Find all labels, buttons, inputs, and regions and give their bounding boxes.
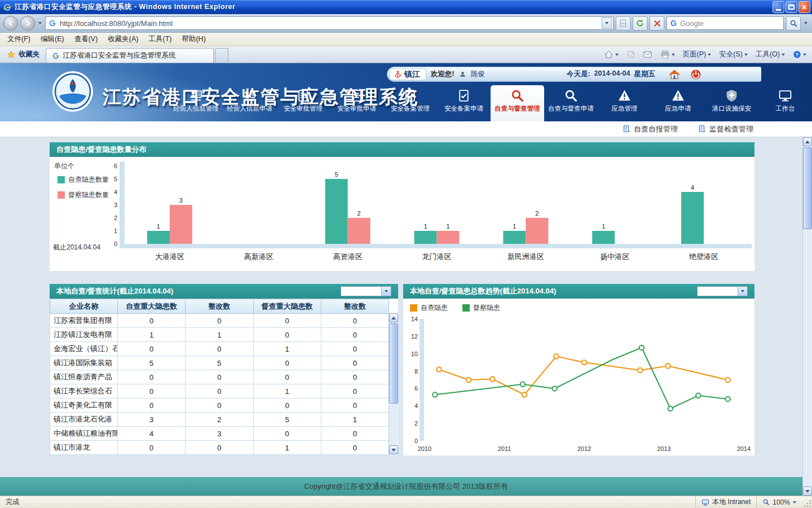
stats-filter-dropdown[interactable] bbox=[341, 286, 391, 296]
table-row[interactable]: 镇江恒泰沥青产品0000 bbox=[50, 370, 389, 384]
trend-filter-dropdown[interactable] bbox=[697, 286, 748, 296]
warning-icon bbox=[617, 89, 632, 103]
nav-safety-approval-mgmt[interactable]: 安全审批管理 bbox=[276, 85, 330, 121]
page-scroll-down-button[interactable] bbox=[803, 487, 812, 496]
value-cell: 3 bbox=[118, 413, 186, 427]
menu-item[interactable]: 工具(T) bbox=[143, 33, 176, 46]
menu-item[interactable]: 编辑(E) bbox=[36, 33, 69, 46]
value-cell: 0 bbox=[321, 356, 389, 370]
nav-operator-info-apply[interactable]: 经营人信息申请 bbox=[223, 85, 276, 121]
scroll-down-button[interactable] bbox=[389, 445, 398, 454]
page-scroll-thumb[interactable] bbox=[803, 147, 812, 229]
nav-self-supervision-apply[interactable]: 自查与督查申请 bbox=[544, 85, 598, 121]
help-button[interactable]: ? bbox=[789, 49, 810, 60]
menu-bar: 文件(F)编辑(E)查看(V)收藏夹(A)工具(T)帮助(H) bbox=[0, 33, 812, 46]
table-row[interactable]: 江苏索普集团有限0000 bbox=[50, 314, 389, 328]
nav-workbench[interactable]: 工作台 bbox=[758, 85, 812, 121]
logout-icon[interactable] bbox=[690, 69, 701, 80]
subnav-self-report-mgmt[interactable]: 自查自报管理 bbox=[623, 124, 678, 134]
value-cell: 0 bbox=[321, 314, 389, 328]
nav-emergency-apply[interactable]: 应急申请 bbox=[651, 85, 705, 121]
refresh-button[interactable] bbox=[633, 16, 647, 30]
svg-text:绝壁港区: 绝壁港区 bbox=[689, 252, 718, 261]
page-icon bbox=[48, 19, 56, 27]
subnav-supervision-check-mgmt[interactable]: 监督检查管理 bbox=[698, 124, 753, 134]
subnav-item-label: 监督检查管理 bbox=[709, 124, 753, 134]
resize-grip[interactable] bbox=[802, 496, 812, 508]
address-dropdown[interactable] bbox=[602, 17, 612, 29]
print-button[interactable] bbox=[657, 49, 678, 60]
stats-panel-title: 本地自查/督查统计(截止2014.04.04) bbox=[56, 286, 173, 296]
value-cell: 0 bbox=[253, 370, 321, 384]
nav-safety-record-mgmt[interactable]: 安全备案管理 bbox=[383, 85, 437, 121]
mail-icon bbox=[643, 50, 652, 59]
favorites-button[interactable]: 收藏夹 bbox=[2, 47, 45, 63]
svg-text:8: 8 bbox=[414, 368, 418, 375]
nav-emergency-mgmt[interactable]: 应急管理 bbox=[598, 85, 651, 121]
nav-self-supervision-mgmt[interactable]: 自查与督查管理 bbox=[491, 85, 544, 121]
minimize-button[interactable] bbox=[773, 1, 784, 13]
browser-tab[interactable]: 江苏省港口安全监管与应急管理系统 bbox=[46, 48, 214, 63]
nav-item-label: 应急管理 bbox=[612, 104, 638, 113]
mail-button[interactable] bbox=[639, 49, 656, 60]
svg-text:3: 3 bbox=[114, 202, 117, 208]
nav-operator-info-mgmt[interactable]: 经营人信息管理 bbox=[169, 85, 223, 121]
compatibility-view-button[interactable] bbox=[616, 16, 630, 30]
subnav-item-label: 自查自报管理 bbox=[634, 124, 678, 134]
svg-text:3: 3 bbox=[179, 197, 183, 204]
table-row[interactable]: 镇江港国际集装箱5500 bbox=[50, 356, 389, 370]
table-row[interactable]: 镇江市港龙0010 bbox=[50, 441, 389, 455]
search-input[interactable]: G Google bbox=[667, 16, 784, 30]
table-row[interactable]: 镇江李长荣综合石0010 bbox=[50, 384, 389, 398]
scroll-up-button[interactable] bbox=[389, 313, 398, 322]
maximize-button[interactable] bbox=[785, 1, 797, 13]
search-dropdown[interactable] bbox=[803, 17, 809, 29]
nav-item-label: 安全审批管理 bbox=[284, 104, 323, 113]
table-row[interactable]: 镇江市港龙石化港3251 bbox=[50, 413, 389, 427]
svg-text:4: 4 bbox=[414, 402, 418, 409]
search-button[interactable] bbox=[786, 16, 801, 30]
page-menu[interactable]: 页面(P) bbox=[679, 49, 715, 60]
page-scrollbar[interactable] bbox=[802, 137, 812, 496]
nav-safety-record-apply[interactable]: 安全备案申请 bbox=[437, 85, 491, 121]
scroll-thumb[interactable] bbox=[389, 323, 398, 404]
home-button[interactable] bbox=[601, 49, 622, 60]
table-row[interactable]: 镇江奇美化工有限0000 bbox=[50, 398, 389, 413]
new-tab-button[interactable] bbox=[215, 48, 228, 63]
address-field[interactable]: http://localhost:8080/yjpt/Main.html bbox=[45, 16, 614, 30]
safety-menu[interactable]: 安全(S) bbox=[716, 49, 751, 60]
feed-button[interactable] bbox=[623, 49, 638, 60]
bar-panel-title: 自查隐患/督查隐患数量分布 bbox=[50, 142, 754, 157]
menu-item[interactable]: 帮助(H) bbox=[176, 33, 210, 46]
page-scroll-up-button[interactable] bbox=[803, 137, 812, 146]
menu-item[interactable]: 文件(F) bbox=[2, 33, 36, 46]
zoom-control[interactable]: 100% bbox=[756, 496, 802, 508]
svg-text:1: 1 bbox=[446, 223, 449, 230]
nav-port-facility-security[interactable]: 港口设施保安 bbox=[705, 85, 758, 121]
value-cell: 0 bbox=[118, 441, 186, 455]
menu-item[interactable]: 收藏夹(A) bbox=[103, 33, 143, 46]
homepage-icon[interactable] bbox=[669, 69, 680, 80]
stop-button[interactable] bbox=[650, 16, 664, 30]
value-cell: 0 bbox=[118, 370, 186, 384]
table-row[interactable]: 金海宏业（镇江）石0010 bbox=[50, 342, 389, 356]
table-row[interactable]: 中储粮镇江粮油有限4300 bbox=[50, 427, 389, 441]
history-dropdown[interactable] bbox=[37, 17, 43, 29]
tools-menu[interactable]: 工具(O) bbox=[752, 49, 788, 60]
nav-safety-approval-apply[interactable]: 安全审批申请 bbox=[330, 85, 383, 121]
back-button[interactable] bbox=[3, 16, 18, 30]
value-cell: 0 bbox=[253, 427, 321, 441]
home-icon bbox=[604, 50, 614, 59]
company-name-cell: 镇江市港龙石化港 bbox=[50, 413, 118, 427]
sub-nav: 自查自报管理监督检查管理 bbox=[0, 121, 812, 137]
menu-item[interactable]: 查看(V) bbox=[69, 33, 103, 46]
forward-button[interactable] bbox=[20, 16, 35, 30]
url-text: http://localhost:8080/yjpt/Main.html bbox=[60, 19, 598, 28]
value-cell: 0 bbox=[118, 398, 186, 413]
table-row[interactable]: 江苏镇江发电有限1100 bbox=[50, 328, 389, 342]
table-scrollbar[interactable] bbox=[389, 313, 398, 454]
svg-text:扬中港区: 扬中港区 bbox=[600, 252, 629, 261]
close-button[interactable]: × bbox=[798, 1, 810, 13]
value-cell: 0 bbox=[186, 384, 253, 398]
stats-table-panel: 本地自查/督查统计(截止2014.04.04) 企业名称自查重大隐患数整改数督查… bbox=[50, 284, 398, 455]
